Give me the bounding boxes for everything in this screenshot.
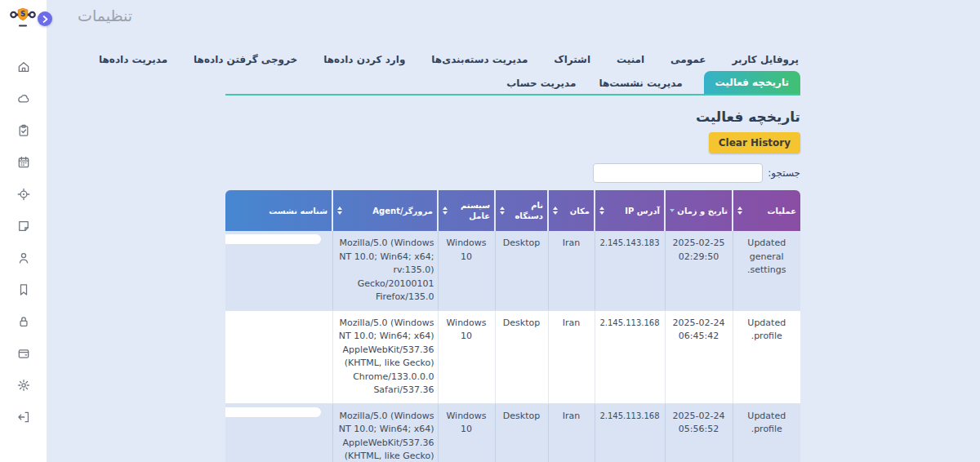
column-header-operation[interactable]: عملیات bbox=[733, 190, 800, 231]
logout-icon[interactable] bbox=[17, 411, 30, 424]
search-row: جستجو: bbox=[225, 163, 800, 183]
tab-data-management[interactable]: مدیریت داده‌ها bbox=[97, 49, 169, 70]
sidebar-nav bbox=[0, 60, 47, 424]
table-header-row: عملیات تاریخ و زمان آدرس IP مکان bbox=[225, 190, 800, 231]
tab-import-data[interactable]: وارد کردن داده‌ها bbox=[322, 49, 407, 70]
wallet-icon[interactable] bbox=[17, 347, 30, 360]
tasks-icon[interactable] bbox=[17, 124, 30, 137]
cell-agent: Mozilla/5.0 (Windows NT 10.0; Win64; x64… bbox=[332, 231, 438, 310]
lock-icon[interactable] bbox=[17, 315, 30, 328]
cell-ip: 2.145.143.183 bbox=[595, 231, 665, 310]
actions-row: Clear History bbox=[225, 132, 800, 153]
activity-history-table-wrap: عملیات تاریخ و زمان آدرس IP مکان bbox=[225, 190, 800, 462]
session-id-redaction bbox=[225, 407, 321, 417]
column-header-location[interactable]: مکان bbox=[548, 190, 595, 231]
sort-icon bbox=[737, 207, 742, 215]
session-id-redaction bbox=[225, 314, 321, 324]
clear-history-button[interactable]: Clear History bbox=[709, 132, 800, 153]
tab-general[interactable]: عمومی bbox=[669, 49, 707, 70]
column-label: عملیات bbox=[767, 206, 796, 216]
tab-account-management[interactable]: مدیریت حساب bbox=[505, 73, 577, 94]
cell-location: Iran bbox=[548, 310, 595, 403]
home-icon[interactable] bbox=[17, 60, 30, 73]
cell-operation: Updated profile. bbox=[733, 310, 800, 403]
sidebar: S bbox=[0, 0, 47, 462]
cell-session-id: c6ad0 bbox=[225, 403, 332, 462]
column-header-device[interactable]: نام دستگاه bbox=[495, 190, 548, 231]
column-header-ip[interactable]: آدرس IP bbox=[595, 190, 665, 231]
column-header-agent[interactable]: مرورگر/Agent bbox=[332, 190, 438, 231]
column-header-datetime[interactable]: تاریخ و زمان bbox=[665, 190, 733, 231]
tab-export-data[interactable]: خروجی گرفتن داده‌ها bbox=[192, 49, 299, 70]
cell-location: Iran bbox=[548, 403, 595, 462]
cell-location: Iran bbox=[548, 231, 595, 310]
cell-os: Windows 10 bbox=[438, 310, 495, 403]
sort-icon bbox=[553, 207, 558, 215]
search-label: جستجو: bbox=[768, 167, 800, 179]
cell-agent: Mozilla/5.0 (Windows NT 10.0; Win64; x64… bbox=[332, 403, 438, 462]
cell-device: Desktop bbox=[495, 310, 548, 403]
column-label: مرورگر/Agent bbox=[372, 206, 433, 216]
tab-user-profile[interactable]: پروفایل کاربر bbox=[730, 49, 800, 70]
table-row: Updated profile. 2025-02-24 06:45:42 2.1… bbox=[225, 310, 800, 403]
table-row: Updated general settings. 2025-02-25 02:… bbox=[225, 231, 800, 310]
page-title: تاریخچه فعالیت bbox=[225, 109, 800, 125]
cell-session-id: 3dbd5 bbox=[225, 231, 332, 310]
settings-icon[interactable] bbox=[17, 379, 30, 392]
user-icon[interactable] bbox=[17, 251, 30, 264]
column-label: مکان bbox=[570, 206, 590, 216]
bookmark-icon[interactable] bbox=[17, 283, 30, 296]
cloud-icon[interactable] bbox=[17, 92, 30, 105]
session-id-redaction bbox=[225, 234, 321, 244]
tabs-row-1: پروفایل کاربرعمومیامنیتاشتراکمدیریت دسته… bbox=[225, 49, 800, 70]
column-header-os[interactable]: سیستم عامل bbox=[438, 190, 495, 231]
tab-sessions-management[interactable]: مدیریت نشست‌ها bbox=[597, 73, 684, 94]
column-label: نام دستگاه bbox=[507, 200, 543, 221]
sidebar-collapse-button[interactable] bbox=[38, 11, 52, 26]
main-content: پروفایل کاربرعمومیامنیتاشتراکمدیریت دسته… bbox=[225, 49, 800, 462]
settings-page: S تنظیمات پروفایل کاربرعمومیامنیت bbox=[0, 0, 980, 462]
cell-datetime: 2025-02-25 02:29:50 bbox=[665, 231, 733, 310]
cell-device: Desktop bbox=[495, 231, 548, 310]
cell-ip: 2.145.113.168 bbox=[595, 403, 665, 462]
activity-history-table: عملیات تاریخ و زمان آدرس IP مکان bbox=[225, 190, 800, 462]
sort-icon bbox=[443, 207, 448, 215]
column-label: تاریخ و زمان bbox=[677, 206, 728, 216]
tab-security[interactable]: امنیت bbox=[615, 49, 646, 70]
cell-operation: Updated general settings. bbox=[733, 231, 800, 310]
column-label: آدرس IP bbox=[625, 206, 660, 216]
calendar-icon[interactable] bbox=[17, 156, 30, 169]
cell-session-id: f4123af bbox=[225, 310, 332, 403]
cell-ip: 2.145.113.168 bbox=[595, 310, 665, 403]
tab-subscription[interactable]: اشتراک bbox=[552, 49, 592, 70]
cell-os: Windows 10 bbox=[438, 403, 495, 462]
cell-os: Windows 10 bbox=[438, 231, 495, 310]
sort-icon bbox=[670, 209, 675, 212]
target-icon[interactable] bbox=[17, 188, 30, 201]
cell-datetime: 2025-02-24 06:45:42 bbox=[665, 310, 733, 403]
sort-icon bbox=[337, 207, 342, 215]
sort-icon bbox=[500, 207, 505, 215]
column-label: شناسه نشست bbox=[269, 206, 327, 216]
sort-icon bbox=[599, 207, 604, 215]
chevron-right-icon bbox=[42, 16, 48, 23]
app-title: تنظیمات bbox=[78, 7, 132, 24]
table-row: Updated profile. 2025-02-24 05:56:52 2.1… bbox=[225, 403, 800, 462]
search-input[interactable] bbox=[593, 163, 763, 183]
tab-categories-management[interactable]: مدیریت دسته‌بندی‌ها bbox=[430, 49, 529, 70]
cell-datetime: 2025-02-24 05:56:52 bbox=[665, 403, 733, 462]
tabs-row-2: تاریخچه فعالیتمدیریت نشست‌هامدیریت حساب bbox=[225, 71, 800, 94]
cell-operation: Updated profile. bbox=[733, 403, 800, 462]
settings-tabs: پروفایل کاربرعمومیامنیتاشتراکمدیریت دسته… bbox=[225, 49, 800, 96]
note-icon[interactable] bbox=[17, 220, 30, 233]
cell-agent: Mozilla/5.0 (Windows NT 10.0; Win64; x64… bbox=[332, 310, 438, 403]
column-label: سیستم عامل bbox=[450, 200, 490, 221]
cell-device: Desktop bbox=[495, 403, 548, 462]
app-logo: S bbox=[9, 7, 37, 29]
tab-activity-history[interactable]: تاریخچه فعالیت bbox=[704, 71, 800, 94]
svg-text:S: S bbox=[20, 10, 25, 18]
column-header-session[interactable]: شناسه نشست bbox=[225, 190, 332, 231]
